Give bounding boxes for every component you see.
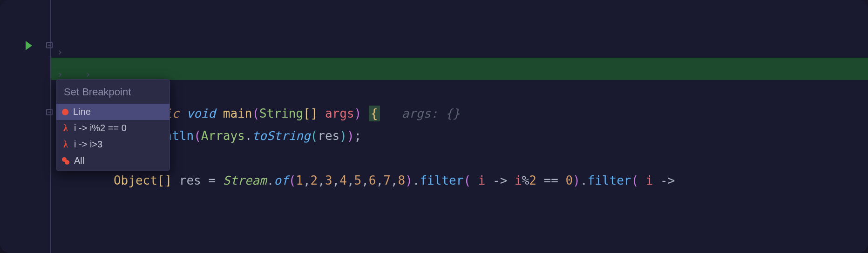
paren-open: ( — [252, 107, 259, 120]
popup-title: Set Breakpoint — [56, 81, 170, 104]
breakpoint-option-line[interactable]: Line — [56, 104, 170, 120]
lambda-icon: λ — [62, 139, 69, 150]
class-stream: Stream — [223, 173, 267, 187]
num: 2 — [311, 173, 318, 187]
inline-hint: args: {} — [401, 107, 460, 120]
breakpoint-option-lambda[interactable]: λ i -> i%2 == 0 — [56, 120, 170, 136]
param-args: args — [325, 107, 354, 120]
method-main: main — [223, 107, 252, 120]
lambda-var: i — [478, 173, 486, 187]
type-string: String — [259, 107, 303, 120]
semicolon: ; — [354, 129, 362, 143]
num: 3 — [325, 173, 332, 187]
num: 8 — [398, 173, 405, 187]
code-line-3[interactable]: out.println(Arrays.toString(res)); — [51, 80, 868, 102]
breakpoint-popup: Set Breakpoint Line λ i -> i%2 == 0 λ i … — [56, 79, 170, 171]
num: 4 — [339, 173, 347, 187]
method-filter: filter — [420, 173, 463, 187]
gutter — [0, 0, 51, 253]
expr-part: % — [522, 173, 529, 187]
lambda-arrow: -> — [493, 173, 507, 187]
code-line-1[interactable]: › public static void main(String[] args)… — [51, 35, 868, 58]
lambda-arrow: -> — [660, 173, 675, 187]
popup-item-label: i -> i>3 — [74, 139, 102, 150]
execution-highlight — [51, 58, 868, 80]
code-area[interactable]: › public static void main(String[] args)… — [51, 0, 868, 253]
method-of: of — [274, 173, 288, 187]
breakpoint-option-all[interactable]: All — [56, 153, 170, 169]
code-editor: › public static void main(String[] args)… — [0, 0, 868, 253]
brace-open: { — [369, 106, 380, 121]
class-arrays: Arrays — [201, 129, 245, 143]
breakpoint-all-icon — [62, 157, 69, 165]
lambda-icon: λ — [62, 123, 69, 133]
expr-part: 2 — [529, 173, 536, 187]
popup-item-label: Line — [73, 107, 91, 117]
expr-part: == — [544, 173, 558, 187]
popup-item-label: All — [74, 155, 84, 166]
run-icon[interactable] — [26, 41, 32, 50]
breakpoint-option-lambda[interactable]: λ i -> i>3 — [56, 136, 170, 153]
num: 6 — [369, 173, 376, 187]
num: 1 — [296, 173, 303, 187]
type-object: Object — [114, 173, 157, 187]
keyword-void: void — [186, 107, 216, 120]
lambda-var: i — [646, 173, 653, 187]
expr-part: i — [515, 173, 522, 187]
popup-item-label: i -> i%2 == 0 — [74, 123, 127, 133]
var-res: res — [179, 173, 201, 187]
method-tostring: toString — [252, 129, 310, 143]
code-line-2[interactable]: › › Object[] res = Stream.of(1,2,3,4,5,6… — [51, 58, 868, 80]
op-eq: = — [208, 173, 216, 187]
expr-part: 0 — [566, 173, 573, 187]
paren-close: ) — [354, 107, 362, 120]
arg-res: res — [318, 129, 339, 143]
brackets: [] — [157, 173, 172, 187]
num: 7 — [383, 173, 391, 187]
brackets: [] — [303, 107, 318, 120]
num: 5 — [354, 173, 362, 187]
method-filter: filter — [588, 173, 631, 187]
breakpoint-line-icon — [62, 109, 68, 115]
